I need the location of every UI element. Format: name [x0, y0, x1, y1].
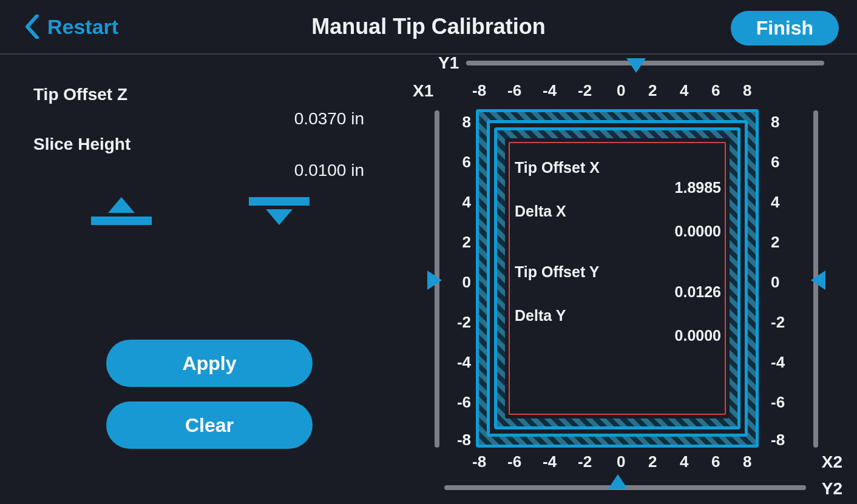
tick: 0 — [617, 81, 625, 100]
tip-offset-z-label: Tip Offset Z — [33, 85, 127, 104]
finish-button[interactable]: Finish — [731, 11, 839, 45]
axis-label-x2: X2 — [822, 452, 842, 472]
x1-slider-thumb[interactable] — [427, 270, 442, 290]
tip-offset-x-label: Tip Offset X — [515, 159, 721, 176]
tick: 2 — [449, 233, 471, 252]
tick: -2 — [578, 81, 592, 100]
tip-offset-x-value: 1.8985 — [515, 179, 721, 197]
tick: -2 — [449, 313, 471, 332]
apply-button[interactable]: Apply — [106, 340, 313, 387]
bar-icon — [249, 197, 310, 206]
tick: 2 — [648, 81, 657, 100]
tick: -8 — [771, 431, 785, 449]
tick: 4 — [771, 193, 779, 212]
y1-slider-thumb[interactable] — [626, 58, 646, 73]
delta-x-label: Delta X — [515, 203, 721, 220]
delta-y-label: Delta Y — [515, 307, 721, 324]
tick: 2 — [648, 452, 657, 471]
tick: 0 — [449, 273, 471, 292]
z-down-button[interactable] — [243, 197, 316, 225]
axis-label-y2: Y2 — [822, 479, 842, 499]
tip-offset-z-value: 0.0370 in — [294, 109, 364, 129]
tick: 4 — [449, 193, 471, 212]
clear-button[interactable]: Clear — [106, 402, 313, 449]
triangle-up-icon — [108, 197, 135, 213]
main: Tip Offset Z 0.0370 in Slice Height 0.01… — [0, 55, 857, 504]
y2-slider-thumb[interactable] — [608, 474, 628, 489]
axis-label-x1: X1 — [413, 81, 433, 101]
delta-y-value: 0.0000 — [515, 327, 721, 344]
tick: -8 — [472, 81, 486, 100]
tip-offset-y-value: 0.0126 — [515, 283, 721, 301]
restart-label: Restart — [47, 15, 118, 39]
tick: -2 — [578, 452, 592, 471]
bar-icon — [91, 217, 152, 225]
tick: -6 — [507, 81, 521, 100]
tick: 4 — [680, 81, 688, 100]
z-up-button[interactable] — [85, 197, 158, 225]
tick: 6 — [449, 153, 471, 172]
header: Restart Manual Tip Calibration Finish — [0, 0, 857, 55]
tick: -2 — [771, 313, 785, 332]
tip-offset-y-label: Tip Offset Y — [515, 263, 721, 281]
tick: 6 — [771, 153, 779, 172]
tick: 6 — [711, 81, 720, 100]
tick: -6 — [771, 393, 785, 412]
tick: -8 — [449, 431, 471, 449]
x2-slider-thumb[interactable] — [811, 270, 825, 290]
tick: 6 — [711, 452, 720, 471]
left-panel: Tip Offset Z 0.0370 in Slice Height 0.01… — [0, 55, 401, 504]
restart-button[interactable]: Restart — [24, 15, 118, 39]
tick: -6 — [507, 452, 521, 471]
tick: -8 — [472, 452, 486, 471]
tick: 8 — [771, 113, 779, 132]
delta-x-value: 0.0000 — [515, 223, 721, 240]
tick: 2 — [771, 233, 779, 252]
tick: -4 — [771, 353, 785, 372]
tick: 0 — [617, 452, 625, 471]
tick: -4 — [449, 353, 471, 372]
triangle-down-icon — [266, 209, 293, 225]
offset-readout: Tip Offset X 1.8985 Delta X 0.0000 Tip O… — [515, 155, 721, 351]
chevron-left-icon — [24, 15, 40, 39]
tick: 4 — [680, 452, 688, 471]
tick: -4 — [543, 81, 557, 100]
axis-label-y1: Y1 — [438, 53, 459, 73]
slice-height-value: 0.0100 in — [294, 161, 364, 180]
tick: 8 — [449, 113, 471, 132]
page-title: Manual Tip Calibration — [0, 14, 857, 39]
tick: 0 — [771, 273, 779, 292]
tick: -6 — [449, 393, 471, 412]
z-adjust-group — [36, 197, 364, 225]
tick: 8 — [743, 81, 751, 100]
tick: -4 — [543, 452, 557, 471]
slice-height-label: Slice Height — [33, 135, 130, 154]
right-panel: Y1 X1 X2 Y2 -8 -6 -4 -2 0 2 — [401, 55, 857, 504]
tick: 8 — [743, 452, 751, 471]
